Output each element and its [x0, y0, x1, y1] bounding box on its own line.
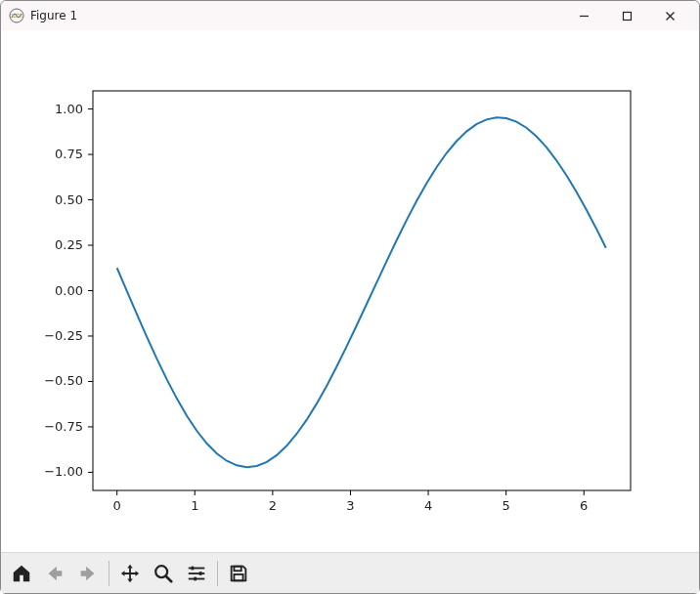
svg-rect-11: [199, 572, 202, 575]
figure-window: Figure 1 0123456−1.00−0.75−0.50−0.250.00…: [0, 0, 700, 594]
ytick-label: 0.00: [55, 283, 83, 298]
maximize-button[interactable]: [605, 1, 648, 30]
toolbar-separator: [109, 561, 109, 586]
svg-rect-2: [623, 12, 631, 20]
toolbar-separator: [217, 561, 218, 586]
ytick-label: 1.00: [55, 102, 83, 116]
svg-rect-12: [194, 576, 197, 580]
xtick-label: 0: [113, 498, 121, 513]
svg-rect-14: [234, 573, 242, 579]
titlebar: Figure 1: [1, 1, 699, 30]
svg-line-6: [166, 575, 172, 581]
ytick-label: −1.00: [44, 464, 83, 479]
forward-button[interactable]: [73, 559, 103, 588]
sliders-icon: [186, 563, 207, 584]
matplotlib-toolbar: [1, 552, 699, 593]
home-icon: [11, 563, 32, 584]
xtick-label: 5: [503, 498, 510, 513]
zoom-icon: [153, 563, 174, 584]
back-button[interactable]: [40, 559, 69, 588]
xtick-label: 3: [346, 498, 354, 513]
close-button[interactable]: [648, 1, 691, 30]
window-title: Figure 1: [30, 9, 77, 22]
zoom-button[interactable]: [149, 559, 178, 588]
app-icon: [9, 8, 24, 23]
ytick-label: 0.50: [55, 192, 83, 207]
svg-rect-13: [234, 566, 241, 571]
ytick-label: −0.50: [44, 373, 83, 388]
svg-rect-10: [192, 566, 195, 570]
arrow-right-icon: [77, 563, 99, 584]
configure-button[interactable]: [182, 559, 211, 588]
minimize-button[interactable]: [562, 1, 605, 30]
ytick-label: −0.75: [44, 419, 83, 434]
home-button[interactable]: [7, 559, 36, 588]
chart-svg: 0123456−1.00−0.75−0.50−0.250.000.250.500…: [1, 30, 699, 552]
move-icon: [119, 563, 141, 584]
xtick-label: 4: [424, 498, 432, 513]
xtick-label: 2: [269, 498, 277, 513]
xtick-label: 1: [191, 498, 198, 513]
ytick-label: 0.75: [55, 147, 83, 161]
plot-area: 0123456−1.00−0.75−0.50−0.250.000.250.500…: [1, 30, 699, 552]
series-line: [117, 117, 606, 467]
ytick-label: 0.25: [55, 237, 83, 252]
xtick-label: 6: [580, 498, 588, 513]
pan-button[interactable]: [115, 559, 145, 588]
arrow-left-icon: [44, 563, 66, 584]
save-button[interactable]: [224, 559, 253, 588]
save-icon: [228, 563, 249, 584]
ytick-label: −0.25: [44, 328, 83, 343]
